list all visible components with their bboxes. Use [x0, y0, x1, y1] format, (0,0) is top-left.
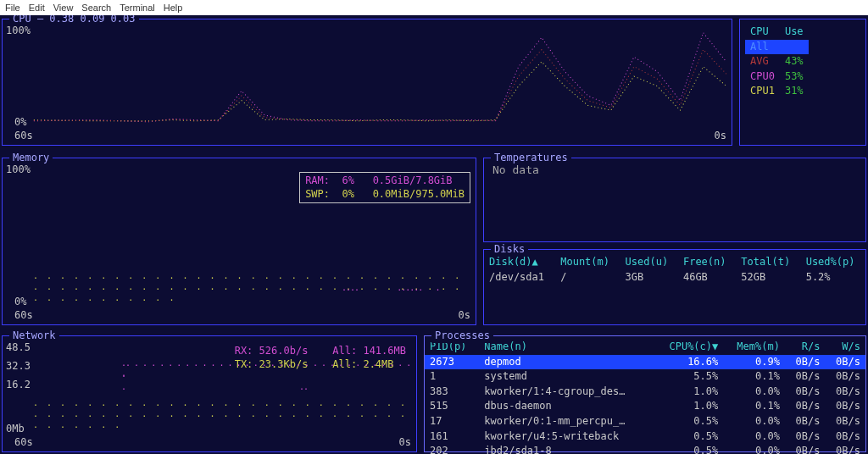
terminal-area: CPU — 0.38 0.09 0.03 100% 0% 60s 0s CPUU… — [0, 15, 868, 19]
cpu-panel-title: CPU — 0.38 0.09 0.03 — [9, 15, 139, 19]
